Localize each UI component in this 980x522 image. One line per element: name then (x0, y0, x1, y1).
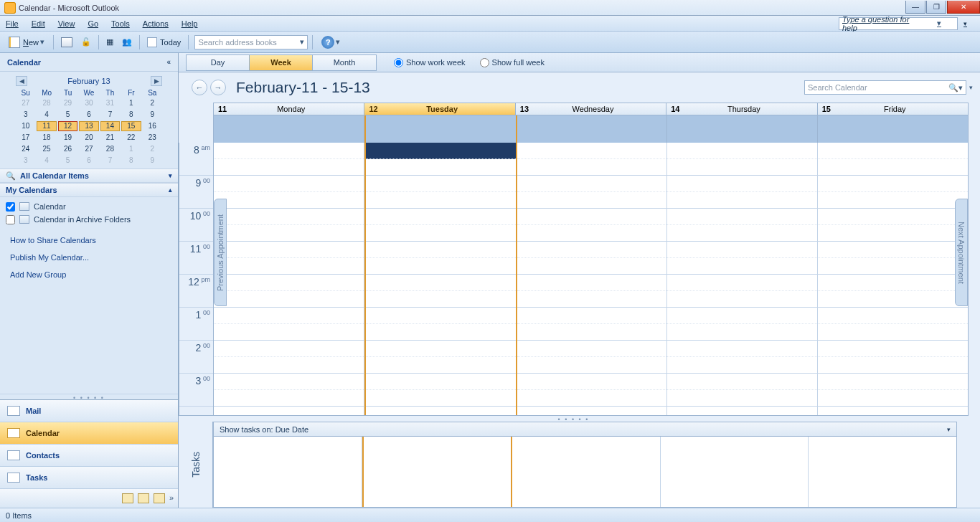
mini-calendar-day[interactable]: 3 (16, 110, 35, 120)
time-slot[interactable] (214, 192, 364, 209)
time-slot[interactable] (818, 159, 968, 176)
mini-calendar-day[interactable]: 3 (16, 156, 35, 166)
gripper[interactable]: • • • • • (179, 416, 969, 422)
time-slot[interactable] (214, 209, 364, 225)
time-slot[interactable] (366, 258, 516, 275)
mini-calendar-day[interactable]: 30 (79, 98, 98, 108)
time-slot[interactable] (818, 225, 968, 242)
prev-month-button[interactable]: ◀ (16, 76, 27, 86)
mini-calendar-day[interactable]: 9 (143, 110, 162, 120)
time-slot[interactable] (366, 192, 516, 209)
time-slot[interactable] (818, 308, 968, 324)
calendar-checkbox[interactable] (6, 202, 15, 212)
time-slot[interactable] (818, 209, 968, 225)
gripper[interactable]: • • • • • (0, 394, 178, 399)
time-slot[interactable] (667, 209, 817, 225)
time-slot[interactable] (517, 374, 667, 390)
mini-calendar-day[interactable]: 7 (100, 110, 120, 120)
time-slot[interactable] (818, 324, 968, 341)
menu-actions[interactable]: Actions (143, 19, 169, 28)
calendar-checkbox[interactable] (6, 215, 15, 224)
menu-help[interactable]: Help (182, 19, 198, 28)
mini-calendar-day[interactable]: 4 (37, 110, 56, 120)
collapse-icon[interactable]: « (166, 58, 171, 66)
journal-icon[interactable] (154, 493, 165, 503)
time-slot[interactable] (667, 357, 817, 374)
mini-calendar-day[interactable]: 26 (58, 144, 77, 154)
mini-calendar-day[interactable]: 19 (58, 133, 77, 143)
mini-calendar-day[interactable]: 1 (121, 98, 141, 108)
print-button[interactable] (57, 34, 77, 50)
chevron-down-icon[interactable]: ▾ (39, 37, 46, 47)
day-column[interactable] (818, 143, 968, 415)
time-slot[interactable] (366, 357, 516, 374)
mini-calendar-day[interactable]: 7 (100, 156, 120, 166)
nav-mail[interactable]: Mail (0, 400, 178, 422)
day-header[interactable]: 11Monday (214, 103, 364, 115)
categorize-button[interactable]: ▦ (102, 34, 118, 50)
mini-calendar-day[interactable]: 6 (79, 110, 98, 120)
time-slot[interactable] (818, 143, 968, 159)
time-slot[interactable] (667, 390, 817, 407)
mini-calendar-day[interactable]: 27 (79, 144, 98, 154)
time-slot[interactable] (517, 209, 667, 225)
time-slot[interactable] (366, 209, 516, 225)
time-slot[interactable] (667, 258, 817, 275)
mini-calendar-day[interactable]: 2 (143, 144, 162, 154)
time-slot[interactable] (667, 176, 817, 192)
chevron-up-icon[interactable]: ▴ (169, 186, 172, 194)
sidebar-link[interactable]: Publish My Calendar... (10, 253, 168, 262)
mini-calendar-day[interactable]: 2 (143, 98, 162, 108)
mini-calendar-day[interactable]: 4 (37, 156, 56, 166)
chevron-icon[interactable]: » (169, 493, 174, 503)
radio-show-work-week[interactable]: Show work week (394, 58, 466, 67)
chevron-down-icon[interactable]: ▾ (969, 84, 973, 91)
time-slot[interactable] (366, 341, 516, 357)
time-slot[interactable] (214, 341, 364, 357)
mini-calendar-day[interactable]: 5 (58, 156, 77, 166)
mini-calendar-day[interactable]: 13 (79, 121, 98, 131)
view-tab-day[interactable]: Day (187, 55, 250, 70)
mini-calendar-day[interactable]: 15 (121, 121, 141, 131)
time-slot[interactable] (667, 291, 817, 308)
time-slot[interactable] (667, 225, 817, 242)
mini-calendar-day[interactable]: 25 (37, 144, 56, 154)
mini-calendar-day[interactable]: 21 (100, 133, 120, 143)
folder-icon[interactable] (122, 493, 133, 503)
tasks-column[interactable] (214, 437, 362, 507)
calendar-item[interactable]: Calendar in Archive Folders (6, 213, 172, 226)
chevron-down-icon[interactable]: ▾ (300, 37, 304, 47)
mini-calendar-day[interactable]: 18 (37, 133, 56, 143)
time-slot[interactable] (517, 341, 667, 357)
mini-calendar-day[interactable]: 31 (100, 98, 120, 108)
mini-calendar-label[interactable]: February 13 (27, 77, 151, 85)
time-slot[interactable] (214, 308, 364, 324)
group-schedules-button[interactable]: 👥 (118, 34, 136, 50)
close-button[interactable]: ✕ (947, 1, 980, 14)
sidebar-link[interactable]: Add New Group (10, 270, 168, 279)
day-column[interactable] (214, 143, 364, 415)
tasks-column[interactable] (512, 437, 661, 507)
prev-appointment-tab[interactable]: Previous Appointment (214, 199, 227, 306)
minimize-button[interactable]: — (905, 1, 925, 14)
time-slot[interactable] (667, 308, 817, 324)
tasks-column[interactable] (661, 437, 809, 507)
mini-calendar-day[interactable]: 1 (121, 144, 141, 154)
mini-calendar-day[interactable]: 11 (37, 121, 56, 131)
tasks-column[interactable] (362, 437, 513, 507)
mini-calendar-day[interactable]: 28 (37, 98, 56, 108)
chevron-down-icon[interactable]: ▾ (169, 172, 172, 179)
chevron-down-icon[interactable]: ▾ (334, 37, 341, 47)
time-slot[interactable] (366, 324, 516, 341)
time-slot[interactable] (214, 324, 364, 341)
menu-file[interactable]: File (6, 19, 19, 28)
time-slot[interactable] (667, 159, 817, 176)
allday-cell[interactable] (364, 115, 517, 143)
next-month-button[interactable]: ▶ (151, 76, 162, 86)
time-grid[interactable]: 8 am9 0010 0011 0012 pm1 002 003 00 Prev… (179, 143, 969, 416)
prev-week-button[interactable]: ← (192, 80, 207, 95)
time-slot[interactable] (214, 357, 364, 374)
nav-contacts[interactable]: Contacts (0, 445, 178, 467)
time-slot[interactable] (214, 143, 364, 159)
allday-cell[interactable] (818, 115, 968, 143)
